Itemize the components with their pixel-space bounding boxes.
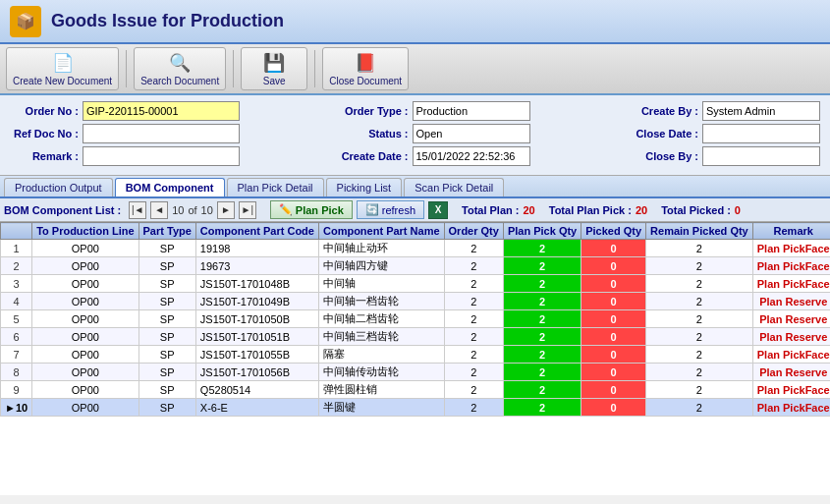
search-document-button[interactable]: 🔍 Search Document	[134, 47, 226, 90]
plan-pick-button[interactable]: ✏️ Plan Pick	[270, 200, 353, 219]
cell-order-qty: 2	[444, 257, 503, 275]
tab-scan-pick-detail[interactable]: Scan Pick Detail	[404, 178, 504, 196]
cell-remark[interactable]: Plan Reserve	[752, 293, 830, 310]
nav-next-button[interactable]: ►	[217, 201, 235, 219]
cell-remark[interactable]: Plan PickFace	[752, 346, 830, 364]
create-by-input[interactable]	[702, 101, 820, 121]
cell-plan-pick-qty: 2	[503, 240, 581, 257]
cell-part-code: X-6-E	[195, 399, 318, 417]
cell-remain-qty: 2	[646, 240, 753, 257]
cell-part-name: 中间轴四方键	[318, 257, 444, 275]
col-header-no	[1, 223, 32, 240]
table-row[interactable]: 4 OP00 SP JS150T-1701049B 中间轴一档齿轮 2 2 0 …	[1, 293, 831, 310]
col-header-part-type: Part Type	[138, 223, 195, 240]
refresh-button[interactable]: 🔄 refresh	[357, 200, 424, 219]
table-row[interactable]: 7 OP00 SP JS150T-1701055B 隔塞 2 2 0 2 Pla…	[1, 346, 831, 364]
tab-production-output[interactable]: Production Output	[4, 178, 113, 196]
cell-remark[interactable]: Plan PickFace	[752, 381, 830, 399]
cell-part-type: SP	[138, 346, 195, 364]
cell-order-qty: 2	[444, 346, 503, 364]
bom-list-label: BOM Component List :	[4, 204, 121, 216]
close-by-input[interactable]	[702, 146, 820, 166]
cell-plan-pick-qty: 2	[503, 293, 581, 310]
cell-no: 9	[1, 381, 32, 399]
remark-input[interactable]	[83, 146, 240, 166]
tab-bom-component[interactable]: BOM Component	[115, 178, 225, 196]
cell-to-prod: OP00	[32, 346, 138, 364]
col-header-remark: Remark	[752, 223, 830, 240]
remark-label: Remark :	[10, 150, 79, 162]
status-input[interactable]	[413, 124, 530, 143]
cell-part-code: JS150T-1701051B	[195, 328, 318, 346]
total-plan-value: 20	[523, 204, 534, 216]
cell-remark[interactable]: Plan Reserve	[752, 364, 830, 381]
close-doc-icon: 📕	[355, 52, 376, 74]
table-row[interactable]: 5 OP00 SP JS150T-1701050B 中间轴二档齿轮 2 2 0 …	[1, 310, 831, 328]
create-new-button[interactable]: 📄 Create New Document	[6, 47, 119, 90]
nav-last-button[interactable]: ►|	[239, 201, 256, 219]
tab-picking-list[interactable]: Picking List	[326, 178, 403, 196]
table-row[interactable]: 9 OP00 SP Q5280514 弹性圆柱销 2 2 0 2 Plan Pi…	[1, 381, 831, 399]
save-button[interactable]: 💾 Save	[241, 47, 307, 90]
cell-remain-qty: 2	[646, 364, 753, 381]
table-row[interactable]: ►10 OP00 SP X-6-E 半圆键 2 2 0 2 Plan PickF…	[1, 399, 831, 417]
close-date-input[interactable]	[702, 124, 820, 143]
order-no-label: Order No :	[10, 105, 79, 117]
excel-button[interactable]: X	[428, 201, 448, 219]
cell-part-name: 半圆键	[318, 399, 444, 417]
cell-remark[interactable]: Plan PickFace	[752, 240, 830, 257]
cell-remark[interactable]: Plan PickFace	[752, 399, 830, 417]
toolbar: 📄 Create New Document 🔍 Search Document …	[0, 44, 830, 95]
cell-plan-pick-qty: 2	[503, 364, 581, 381]
cell-picked-qty: 0	[581, 364, 646, 381]
cell-part-code: Q5280514	[195, 381, 318, 399]
col-header-plan-pick-qty: Plan Pick Qty	[503, 223, 581, 240]
create-by-label: Create By :	[630, 105, 698, 117]
cell-part-type: SP	[138, 364, 195, 381]
cell-order-qty: 2	[444, 240, 503, 257]
cell-picked-qty: 0	[581, 328, 646, 346]
cell-remark[interactable]: Plan Reserve	[752, 328, 830, 346]
cell-part-code: 19198	[195, 240, 318, 257]
order-type-label: Order Type :	[340, 105, 409, 117]
cell-remain-qty: 2	[646, 346, 753, 364]
cell-to-prod: OP00	[32, 364, 138, 381]
tab-plan-pick-detail[interactable]: Plan Pick Detail	[227, 178, 324, 196]
cell-part-name: 中间轴止动环	[318, 240, 444, 257]
cell-no: 6	[1, 328, 32, 346]
cell-part-type: SP	[138, 257, 195, 275]
page-total: 10	[201, 204, 213, 216]
col-header-remain-qty: Remain Picked Qty	[646, 223, 753, 240]
save-icon: 💾	[263, 52, 285, 74]
order-type-input[interactable]	[413, 101, 530, 121]
create-new-icon: 📄	[52, 52, 74, 74]
cell-part-name: 隔塞	[318, 346, 444, 364]
table-row[interactable]: 6 OP00 SP JS150T-1701051B 中间轴三档齿轮 2 2 0 …	[1, 328, 831, 346]
table-row[interactable]: 1 OP00 SP 19198 中间轴止动环 2 2 0 2 Plan Pick…	[1, 240, 831, 257]
table-row[interactable]: 8 OP00 SP JS150T-1701056B 中间轴传动齿轮 2 2 0 …	[1, 364, 831, 381]
cell-remain-qty: 2	[646, 310, 753, 328]
nav-first-button[interactable]: |◄	[129, 201, 146, 219]
close-document-button[interactable]: 📕 Close Document	[322, 47, 409, 90]
cell-plan-pick-qty: 2	[503, 381, 581, 399]
ref-doc-no-input[interactable]	[83, 124, 240, 143]
page-size: 10	[172, 204, 184, 216]
cell-part-code: JS150T-1701049B	[195, 293, 318, 310]
table-row[interactable]: 3 OP00 SP JS150T-1701048B 中间轴 2 2 0 2 Pl…	[1, 275, 831, 293]
cell-remark[interactable]: Plan PickFace	[752, 257, 830, 275]
app-icon: 📦	[10, 6, 41, 37]
total-plan-label: Total Plan :	[462, 204, 519, 216]
table-row[interactable]: 2 OP00 SP 19673 中间轴四方键 2 2 0 2 Plan Pick…	[1, 257, 831, 275]
cell-part-type: SP	[138, 381, 195, 399]
close-date-label: Close Date :	[630, 128, 698, 140]
nav-prev-button[interactable]: ◄	[150, 201, 168, 219]
cell-remain-qty: 2	[646, 328, 753, 346]
cell-remark[interactable]: Plan Reserve	[752, 310, 830, 328]
cell-part-code: JS150T-1701048B	[195, 275, 318, 293]
create-date-input[interactable]	[413, 146, 530, 166]
col-header-part-name: Component Part Name	[318, 223, 444, 240]
order-no-input[interactable]	[83, 101, 240, 121]
cell-remark[interactable]: Plan PickFace	[752, 275, 830, 293]
refresh-icon: 🔄	[365, 203, 379, 216]
separator-3	[314, 50, 315, 87]
